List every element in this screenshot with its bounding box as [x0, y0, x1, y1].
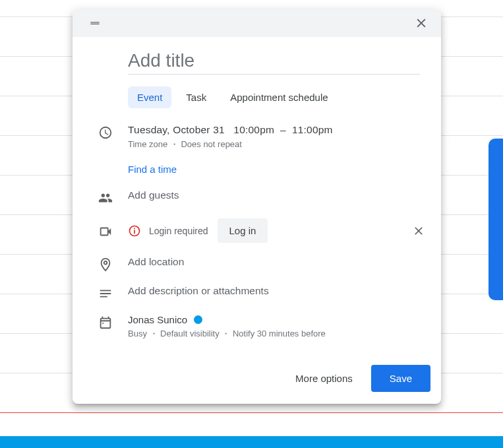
description-icon [83, 285, 128, 301]
info-warning-icon [128, 224, 141, 238]
calendar-owner-label[interactable]: Jonas Sunico [128, 314, 187, 325]
calendar-color-dot[interactable] [194, 315, 202, 324]
tab-task[interactable]: Task [177, 86, 216, 108]
date-picker[interactable]: Tuesday, October 31 [128, 124, 225, 135]
timezone-repeat-label[interactable]: Time zone ・ Does not repeat [128, 139, 430, 150]
login-required-label: Login required [149, 226, 208, 236]
calendar-icon [83, 314, 128, 330]
find-a-time-button[interactable]: Find a time [128, 164, 430, 175]
add-guests-button[interactable]: Add guests [128, 189, 430, 201]
availability-visibility-label[interactable]: Busy ・ Default visibility ・ Notify 30 mi… [128, 328, 430, 340]
dialog-header [73, 9, 441, 37]
start-time-picker[interactable]: 10:00pm [233, 124, 274, 135]
type-tabs: Event Task Appointment schedule [128, 86, 430, 108]
clock-icon [83, 124, 128, 140]
add-description-button[interactable]: Add description or attachments [128, 285, 430, 297]
more-options-button[interactable]: More options [287, 368, 361, 389]
side-panel-tab[interactable] [488, 139, 503, 300]
dismiss-video-button[interactable] [412, 224, 425, 238]
end-time-picker[interactable]: 11:00pm [292, 124, 333, 135]
title-input[interactable] [128, 48, 420, 75]
current-event-block [0, 436, 503, 448]
video-icon [83, 223, 128, 239]
close-button[interactable] [409, 11, 433, 35]
save-button[interactable]: Save [371, 365, 430, 392]
tab-event[interactable]: Event [128, 86, 171, 108]
svg-rect-2 [134, 228, 135, 229]
login-button[interactable]: Log in [218, 218, 268, 243]
add-location-button[interactable]: Add location [128, 256, 430, 268]
location-icon [83, 256, 128, 272]
close-icon [414, 16, 429, 30]
tab-appointment[interactable]: Appointment schedule [221, 86, 337, 108]
drag-handle-icon[interactable] [88, 16, 102, 30]
svg-rect-1 [134, 230, 135, 234]
datetime-display: Tuesday, October 31 10:00pm – 11:00pm [128, 124, 430, 136]
quick-create-dialog: Event Task Appointment schedule Tuesday,… [73, 9, 441, 404]
people-icon [83, 189, 128, 205]
